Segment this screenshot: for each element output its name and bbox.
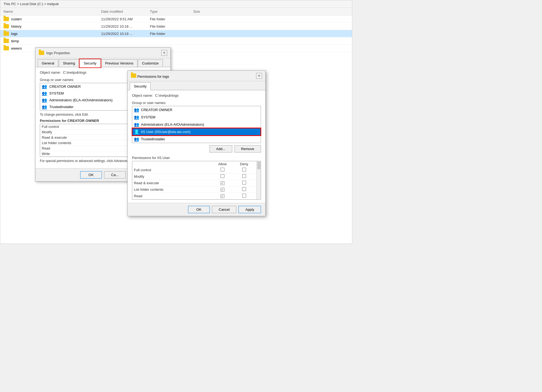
col-name-header[interactable]: Name <box>4 9 101 14</box>
allow-check-read-execute[interactable] <box>212 180 233 186</box>
ok-button[interactable]: OK <box>188 206 210 213</box>
tab-security[interactable]: Security <box>130 82 151 90</box>
permissions-table: Allow Deny Full control <box>132 161 261 199</box>
perm-name: List folder contents <box>132 186 212 193</box>
list-item[interactable]: 👥 Administrators (ELA-AIO\Administrators… <box>132 121 261 128</box>
row-name: wwwro <box>11 46 22 50</box>
col-date-header[interactable]: Date modified <box>101 9 150 14</box>
list-item[interactable]: 👥 SYSTEM <box>132 114 261 121</box>
user-name: CREATOR OWNER <box>49 85 81 89</box>
user-name: CREATOR OWNER <box>141 108 172 112</box>
object-name-row: Object name: C:\inetpub\logs <box>132 93 261 98</box>
group-users-label: Group or user names: <box>132 101 261 105</box>
allow-check-read[interactable] <box>212 193 233 199</box>
perm-name: Modify <box>132 173 212 180</box>
scrollbar[interactable] <box>256 161 261 199</box>
user-icon: 👥 <box>42 84 47 89</box>
apply-button[interactable]: Apply <box>238 206 261 213</box>
table-row[interactable]: history 11/29/2022 10:18 ... File folder <box>0 23 352 30</box>
scrollbar-thumb[interactable] <box>257 162 260 169</box>
allow-check-full-control[interactable] <box>212 167 233 173</box>
folder-icon <box>4 39 9 43</box>
table-row[interactable]: temp <box>0 37 352 45</box>
table-scroll[interactable]: Allow Deny Full control <box>132 161 261 199</box>
folder-icon <box>4 46 9 50</box>
user-name: TrustedInstaller <box>49 105 73 109</box>
deny-check-modify[interactable] <box>233 173 255 180</box>
perm-name: Read & execute <box>132 180 212 186</box>
ok-button[interactable]: OK <box>80 171 102 179</box>
tab-previous-versions[interactable]: Previous Versions <box>101 59 137 67</box>
col-type-header[interactable]: Type <box>150 9 193 14</box>
row-name: history <box>11 24 21 28</box>
user-icon: 👥 <box>134 122 139 127</box>
permissions-dialog: Permissions for logs × Security Object n… <box>127 70 266 216</box>
user-icon: 👥 <box>134 137 139 142</box>
row-type: File folder <box>150 32 193 36</box>
perm-dialog-tabs: Security <box>128 81 265 90</box>
deny-check-read-execute[interactable] <box>233 180 255 186</box>
user-name: Administrators (ELA-AIO\Administrators) <box>49 98 112 102</box>
row-name: custerr <box>11 17 22 21</box>
folder-icon <box>131 73 136 78</box>
perm-name: Read <box>132 193 212 199</box>
user-icon: 👥 <box>42 104 47 109</box>
allow-check-list-folder[interactable] <box>212 186 233 193</box>
iis-user-list-item[interactable]: 👤 IIS User (IISUser@ela-aio.com) <box>132 128 261 135</box>
perm-close-button[interactable]: × <box>256 73 262 79</box>
col-deny-header: Deny <box>233 161 255 167</box>
row-name: temp <box>11 39 19 43</box>
list-item[interactable]: 👥 TrustedInstaller <box>132 135 261 143</box>
object-name-value: C:\inetpub\logs <box>155 93 179 98</box>
perm-dialog-title: Permissions for logs <box>131 73 169 79</box>
perm-table-row: Read <box>132 193 261 199</box>
col-permission-header <box>132 161 212 167</box>
table-row[interactable]: logs 11/29/2022 10:19 ... File folder <box>0 30 352 37</box>
perm-dialog-title-bar: Permissions for logs × <box>128 71 265 81</box>
user-name: SYSTEM <box>49 91 64 95</box>
tab-general[interactable]: General <box>38 59 58 67</box>
perm-user-list: 👥 CREATOR OWNER 👥 SYSTEM 👥 Administrator… <box>132 106 261 143</box>
user-name: IIS User (IISUser@ela-aio.com) <box>141 130 191 134</box>
cancel-button[interactable]: Cancel <box>212 206 236 213</box>
permissions-for-iis-label: Permissions for IIS User <box>132 156 261 160</box>
user-icon: 👥 <box>134 115 139 120</box>
tab-customize[interactable]: Customize <box>138 59 163 67</box>
perm-name: Full control <box>132 167 212 173</box>
user-icon: 👥 <box>42 91 47 96</box>
perm-table-row: List folder contents <box>132 186 261 193</box>
deny-check-list-folder[interactable] <box>233 186 255 193</box>
perm-table-row: Modify <box>132 173 261 180</box>
list-item[interactable]: 👥 CREATOR OWNER <box>132 106 261 114</box>
user-management-buttons: Add... Remove <box>132 145 261 153</box>
table-row[interactable]: custerr 11/29/2022 9:51 AM File folder <box>0 15 352 23</box>
dialog-title: logs Properties <box>39 51 70 55</box>
row-type: File folder <box>150 24 193 28</box>
dialog-title-text: logs Properties <box>46 51 70 55</box>
remove-button[interactable]: Remove <box>234 145 261 153</box>
user-icon: 👥 <box>42 98 47 103</box>
object-name-label: Object name: <box>132 93 153 98</box>
folder-icon <box>4 17 9 21</box>
add-button[interactable]: Add... <box>209 145 232 153</box>
deny-check-full-control[interactable] <box>233 167 255 173</box>
row-date: 11/29/2022 10:18 ... <box>101 24 150 28</box>
dialog-tabs: General Sharing Security Previous Versio… <box>36 58 170 67</box>
close-button[interactable]: × <box>161 50 167 56</box>
user-name: SYSTEM <box>141 115 155 119</box>
deny-check-read[interactable] <box>233 193 255 199</box>
column-headers: Name Date modified Type Size <box>0 8 352 15</box>
perm-table-row: Read & execute <box>132 180 261 186</box>
row-date: 11/29/2022 9:51 AM <box>101 17 150 21</box>
col-size-header[interactable]: Size <box>193 9 220 14</box>
tab-security[interactable]: Security <box>80 59 101 67</box>
folder-icon <box>4 31 9 36</box>
perm-dialog-title-text: Permissions for logs <box>137 74 169 79</box>
tab-sharing[interactable]: Sharing <box>59 59 79 67</box>
perm-table-row: Full control <box>132 167 261 173</box>
cancel-button[interactable]: Ca... <box>104 171 126 179</box>
allow-check-modify[interactable] <box>212 173 233 180</box>
folder-icon <box>4 24 9 28</box>
user-name: TrustedInstaller <box>141 137 165 141</box>
breadcrumb[interactable]: This PC > Local Disk (C:) > inetpub <box>0 0 352 8</box>
